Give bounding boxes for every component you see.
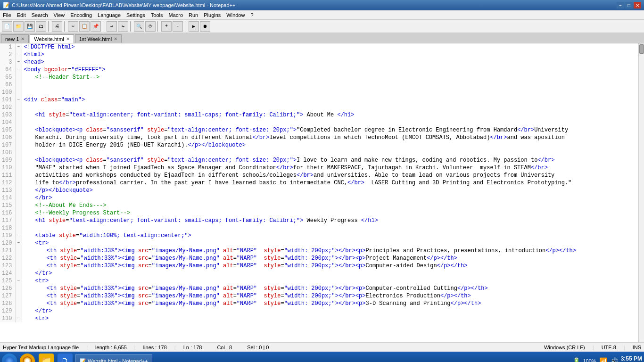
toolbar-save-all[interactable]: 🗂 <box>36 21 46 32</box>
code-content[interactable]: <th style="width:33%"><img src="images/M… <box>22 247 638 255</box>
taskbar-notepadpp[interactable]: 📝 Website.html - Notepad++ <box>75 354 152 362</box>
menu-help[interactable]: ? <box>248 10 256 19</box>
fold-marker[interactable]: − <box>15 232 22 239</box>
code-content[interactable]: activities and workshops conducted by Ej… <box>22 172 638 179</box>
fold-marker[interactable]: − <box>15 58 22 66</box>
toolbar-print[interactable]: 🖨 <box>52 21 62 32</box>
table-row: 105<blockquote><p class="sansserif" styl… <box>0 126 638 134</box>
tab-1stweek[interactable]: 1st Week.html ✕ <box>75 34 122 43</box>
code-content[interactable]: <tr> <box>22 239 638 247</box>
code-content[interactable] <box>22 119 638 126</box>
code-content[interactable]: <th style="width:33%"><img src="images/M… <box>22 262 638 270</box>
fold-marker[interactable]: − <box>15 96 22 104</box>
menu-macro[interactable]: Macro <box>165 10 186 19</box>
code-content[interactable]: <blockquote><p class="sansserif" style="… <box>22 156 638 164</box>
code-content[interactable]: Karachi. During university time, took pa… <box>22 134 638 141</box>
code-content[interactable]: <!--Header Start--> <box>22 74 638 81</box>
taskbar-browser-icon[interactable] <box>20 354 35 362</box>
code-content[interactable] <box>22 89 638 96</box>
code-content[interactable]: <h1 style="text-align:center; font-varia… <box>22 217 638 224</box>
tab-website[interactable]: Website.html ✕ <box>30 34 74 43</box>
fold-marker[interactable]: − <box>15 66 22 74</box>
menu-language[interactable]: Language <box>95 10 124 19</box>
menu-plugins[interactable]: Plugins <box>201 10 223 19</box>
code-content[interactable]: <table style="width:100%; text-align:cen… <box>22 232 638 239</box>
fold-marker[interactable]: − <box>15 239 22 247</box>
code-content[interactable]: <th style="width:33%"><img src="images/M… <box>22 300 638 307</box>
code-content[interactable]: </br> <box>22 194 638 202</box>
taskbar-explorer-icon[interactable]: 📁 <box>39 354 54 362</box>
code-content[interactable]: <tr> <box>22 277 638 285</box>
taskbar-icon3[interactable]: 🗋 <box>58 354 73 362</box>
toolbar-undo[interactable]: ↩ <box>107 21 117 32</box>
maximize-button[interactable]: □ <box>625 2 633 8</box>
toolbar-save[interactable]: 💾 <box>25 21 35 32</box>
toolbar-copy[interactable]: 📋 <box>79 21 90 32</box>
toolbar-zoomin[interactable]: + <box>161 21 172 32</box>
code-content[interactable]: <!DOCTYPE html> <box>22 43 638 51</box>
menu-settings[interactable]: Settings <box>124 10 148 19</box>
code-editor[interactable]: 1−<!DOCTYPE html>2−<html>3−<head>64−<bod… <box>0 43 638 342</box>
tab-new1[interactable]: new 1 ✕ <box>1 34 29 43</box>
code-content[interactable]: <body bgcolor="#FFFFFF"> <box>22 66 638 74</box>
toolbar-cut[interactable]: ✂ <box>68 21 78 32</box>
toolbar-macro[interactable]: ▶ <box>189 21 199 32</box>
fold-marker[interactable]: − <box>15 51 22 58</box>
code-content[interactable]: "MAKE" started when I joined EjaadTech a… <box>22 164 638 172</box>
code-content[interactable]: holder in DICE Energy 2015 (NED-UET Kara… <box>22 141 638 149</box>
status-encoding: UTF-8 <box>602 345 616 350</box>
table-row: 127<th style="width:33%"><img src="image… <box>0 292 638 300</box>
minimize-button[interactable]: − <box>617 2 624 8</box>
code-content[interactable] <box>22 224 638 232</box>
toolbar-new[interactable]: 📄 <box>2 21 12 32</box>
code-content[interactable]: <th style="width:33%"><img src="images/M… <box>22 255 638 262</box>
fold-marker[interactable]: − <box>15 277 22 285</box>
menu-edit[interactable]: Edit <box>14 10 29 19</box>
toolbar-open[interactable]: 📁 <box>13 21 24 32</box>
tab-website-close[interactable]: ✕ <box>66 36 70 41</box>
toolbar-redo[interactable]: ↪ <box>118 21 128 32</box>
code-content[interactable]: <h1 style="text-align:center; font-varia… <box>22 111 638 119</box>
close-button[interactable]: ✕ <box>634 2 641 8</box>
start-button[interactable] <box>2 354 17 362</box>
line-number: 105 <box>0 126 15 134</box>
code-content[interactable] <box>22 81 638 89</box>
code-content[interactable]: <head> <box>22 58 638 66</box>
menu-file[interactable]: File <box>0 10 14 19</box>
code-content[interactable]: </tr> <box>22 270 638 277</box>
menu-encoding[interactable]: Encoding <box>67 10 95 19</box>
scrollbar-thumb[interactable] <box>639 44 644 54</box>
fold-marker[interactable]: − <box>15 315 22 322</box>
code-content[interactable]: <!--About Me Ends---> <box>22 202 638 209</box>
code-content[interactable] <box>22 104 638 111</box>
menu-search[interactable]: Search <box>29 10 51 19</box>
code-content[interactable]: </tr> <box>22 307 638 315</box>
code-content[interactable]: </p></blockquote> <box>22 187 638 194</box>
toolbar: 📄 📁 💾 🗂 🖨 ✂ 📋 📌 ↩ ↪ 🔍 ⟳ + - ▶ ⏺ <box>0 20 644 33</box>
code-content[interactable]: <th style="width:33%"><img src="images/M… <box>22 285 638 292</box>
toolbar-paste[interactable]: 📌 <box>91 21 101 32</box>
code-content[interactable]: <tr> <box>22 315 638 322</box>
menu-run[interactable]: Run <box>186 10 201 19</box>
code-content[interactable]: <th style="width:33%"><img src="images/M… <box>22 292 638 300</box>
tab-1stweek-close[interactable]: ✕ <box>114 36 117 41</box>
fold-marker[interactable]: − <box>15 43 22 51</box>
toolbar-macro2[interactable]: ⏺ <box>200 21 210 32</box>
tab-new1-close[interactable]: ✕ <box>21 36 25 41</box>
toolbar-replace[interactable]: ⟳ <box>145 21 156 32</box>
code-content[interactable] <box>22 149 638 156</box>
fold-marker <box>15 179 22 187</box>
line-number: 116 <box>0 209 15 217</box>
menu-tools[interactable]: Tools <box>148 10 166 19</box>
code-content[interactable]: <blockquote><p class="sansserif" style="… <box>22 126 638 134</box>
menu-window[interactable]: Window <box>223 10 248 19</box>
menu-view[interactable]: View <box>51 10 68 19</box>
title-bar-controls[interactable]: − □ ✕ <box>617 2 641 8</box>
toolbar-zoomout[interactable]: - <box>173 21 183 32</box>
code-content[interactable]: <html> <box>22 51 638 58</box>
toolbar-find[interactable]: 🔍 <box>134 21 144 32</box>
code-content[interactable]: <!--Weekly Progress Start--> <box>22 209 638 217</box>
code-content[interactable]: life to</br>professional carrier. In the… <box>22 179 638 187</box>
code-content[interactable]: <div class="main"> <box>22 96 638 104</box>
scrollbar-track[interactable] <box>638 43 644 342</box>
